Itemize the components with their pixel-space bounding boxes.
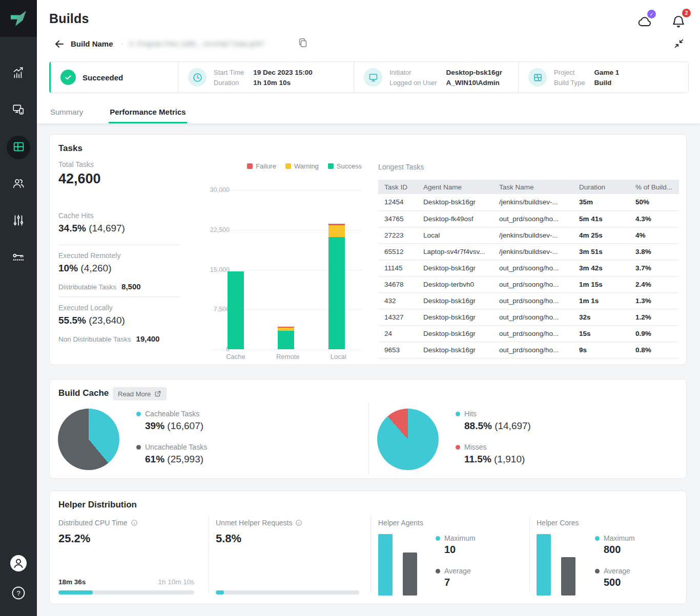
helper-cores-label: Helper Cores (537, 519, 579, 527)
table-cell: 27223 (378, 227, 420, 243)
agents-avg-dot (436, 569, 440, 573)
start-time-value: 19 Dec 2023 15:00 (253, 69, 313, 76)
info-icon[interactable] (131, 519, 138, 526)
initiator-section: Initiator Desktop-bsk16gr Logged on User… (354, 62, 518, 93)
misses-pct: 11.5% (464, 454, 491, 464)
build-type-value: Build (594, 79, 619, 87)
cloud-status-button[interactable]: ✓ (634, 11, 655, 32)
executed-locally-label: Executed Locally (58, 304, 159, 312)
table-cell: 34765 (378, 210, 420, 227)
table-row[interactable]: 34765Desktop-fk49osfout_prd/soong/ho...5… (378, 210, 679, 227)
copy-button[interactable] (297, 37, 310, 50)
cores-max-value: 800 (604, 544, 672, 556)
agents-max-bar[interactable] (378, 534, 393, 596)
table-cell: out_prd/soong/ho... (496, 292, 576, 309)
table-cell: 15s (576, 325, 632, 342)
table-row[interactable]: 65512Laptop-sv4r7f4vsv.../jenkins/builds… (378, 243, 679, 260)
back-button[interactable] (53, 38, 66, 50)
table-cell: 14327 (378, 309, 420, 325)
cacheable-label: Cacheable Tasks (145, 410, 199, 418)
unmet-progress-bar (216, 590, 359, 594)
table-cell: Desktop-bsk16gr (420, 292, 496, 309)
cores-avg-dot (595, 569, 600, 573)
table-cell: Local (420, 227, 496, 243)
col-task-id: Task ID (378, 180, 420, 194)
bar-remote[interactable] (278, 190, 294, 349)
table-row[interactable]: 12454Desktop-bsk16gr/jenkins/buildsev-..… (378, 194, 679, 210)
build-name-label: Build Name (71, 39, 113, 48)
build-cache-card: Build Cache Read More Cacheable Tasks 39… (49, 379, 687, 479)
cache-hits-pct: 34.5% (58, 223, 86, 233)
table-row[interactable]: 9653Desktop-bsk16grout_prd/soong/ho...9s… (378, 342, 679, 358)
build-type-label: Build Type (554, 79, 585, 87)
app-logo[interactable] (0, 0, 37, 37)
analytics-chart-icon (12, 66, 25, 81)
x-label-cache: Cache (226, 353, 245, 360)
tab-performance-metrics[interactable]: Performance Metrics (109, 103, 187, 123)
read-more-button[interactable]: Read More (113, 387, 167, 400)
duration-value: 1h 10m 10s (253, 79, 313, 87)
initiator-value: Desktop-bsk16gr (446, 69, 503, 76)
tasks-bar-chart: Failure Warning Success 30,000 22,500 15… (188, 159, 364, 359)
unmet-requests-value: 5.8% (216, 532, 241, 545)
uncacheable-pct: 61% (145, 454, 164, 464)
helper-agents-chart (378, 534, 417, 596)
non-distributable-tasks-label: Non Distributable Tasks (58, 335, 131, 343)
sidebar-item-builds[interactable] (0, 129, 37, 166)
cores-avg-bar[interactable] (561, 557, 575, 596)
table-row[interactable]: 14327Desktop-bsk16grout_prd/soong/ho...3… (378, 309, 679, 325)
hits-count: (14,697) (495, 420, 531, 431)
uncacheable-count: (25,993) (167, 454, 203, 464)
executed-remotely-label: Executed Remotely (58, 251, 141, 260)
table-row[interactable]: 34678Desktop-terbvh0out_prd/soong/ho...1… (378, 276, 679, 292)
bar-local[interactable] (328, 190, 345, 349)
unmet-requests-label: Unmet Helper Requests (216, 519, 302, 527)
cacheable-count: (16,607) (167, 420, 203, 431)
non-distributable-tasks-value: 19,400 (136, 334, 160, 343)
table-row[interactable]: 11145Desktop-bsk16grout_prd/soong/ho...3… (378, 260, 679, 276)
info-icon[interactable] (295, 519, 302, 526)
success-legend-label: Success (337, 162, 362, 170)
tab-summary[interactable]: Summary (49, 103, 84, 123)
sidebar-item-agents[interactable] (0, 92, 37, 129)
unmet-progress-fill (216, 590, 224, 594)
bar-cache[interactable] (228, 190, 244, 349)
chart-legend: Failure Warning Success (247, 162, 362, 170)
table-cell: 3.7% (632, 260, 679, 276)
collapse-panel-button[interactable] (673, 38, 686, 50)
table-row[interactable]: 24Desktop-bsk16grout_prd/soong/ho...15s0… (378, 325, 679, 342)
cores-max-dot (595, 536, 600, 541)
cpu-progress-fill (58, 590, 93, 594)
cacheable-pie-chart[interactable] (58, 409, 119, 470)
agents-max-dot (436, 536, 440, 541)
hits-pie-chart[interactable] (377, 409, 439, 470)
divider (370, 516, 371, 592)
total-tasks-value: 42,600 (58, 171, 181, 187)
distributed-cpu-text: Distributed CPU Time (58, 519, 128, 527)
agents-avg-value: 7 (444, 577, 512, 588)
cacheable-pct: 39% (145, 420, 164, 431)
table-cell: out_prd/soong/ho... (496, 309, 576, 325)
help-button[interactable]: ? (0, 579, 37, 609)
cores-max-bar[interactable] (537, 534, 551, 596)
table-cell: Desktop-bsk16gr (420, 342, 496, 358)
bars (211, 190, 362, 349)
table-row[interactable]: 27223Local/jenkins/buildsev-...4m 25s4% (378, 227, 679, 243)
table-row[interactable]: 432Desktop-bsk16grout_prd/soong/ho...1m … (378, 292, 679, 309)
helper-title: Helper Distribution (58, 500, 137, 510)
unmet-requests-text: Unmet Helper Requests (216, 519, 292, 527)
sidebar-item-license[interactable] (0, 240, 37, 277)
sidebar-item-settings[interactable] (0, 203, 37, 240)
initiator-label: Initiator (389, 69, 437, 76)
divider (209, 516, 209, 592)
table-cell: Desktop-bsk16gr (420, 325, 496, 342)
sidebar-item-users[interactable] (0, 166, 37, 203)
logged-user-label: Logged on User (389, 79, 437, 87)
user-avatar[interactable] (0, 549, 37, 579)
sidebar-item-analytics[interactable] (0, 55, 37, 92)
notifications-count-badge: 2 (682, 9, 691, 17)
notifications-button[interactable]: 2 (668, 11, 689, 32)
uncacheable-label: Uncacheable Tasks (145, 443, 207, 451)
agents-avg-label: Average (444, 567, 471, 575)
agents-avg-bar[interactable] (403, 553, 417, 596)
